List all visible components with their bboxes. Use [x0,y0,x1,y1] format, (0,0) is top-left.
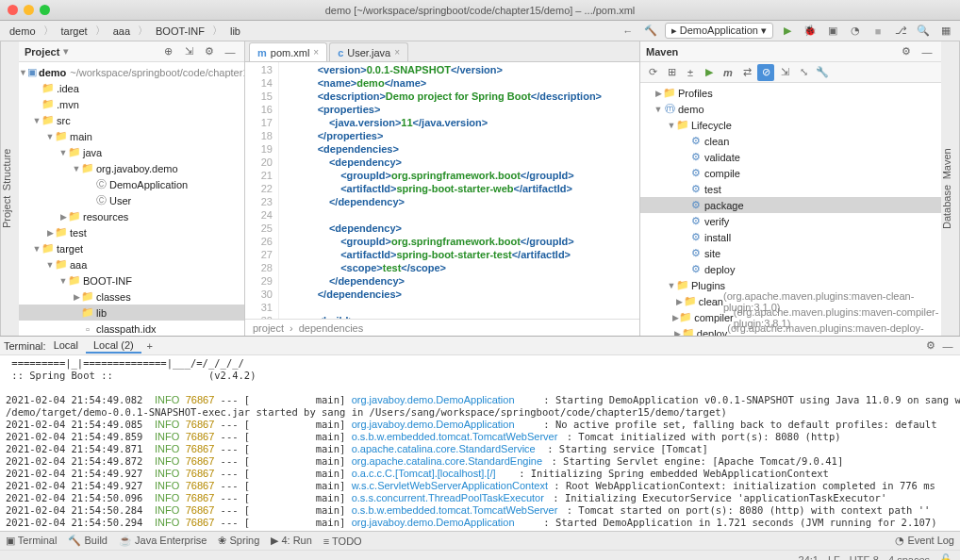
stop-icon[interactable]: ■ [869,23,886,40]
tool-tab-java-ee[interactable]: ☕ Java Enterprise [119,535,207,547]
tool-tab-terminal[interactable]: ▣ Terminal [6,535,57,547]
maven-tree-row[interactable]: ⚙compile [640,165,941,181]
tree-row[interactable]: 📁.mvn [19,96,244,112]
project-tool-window: Project ▾ ⊕ ⇲ ⚙ — ▼ ▣ demo ~/workspace/s… [19,41,245,336]
caret-position[interactable]: 24:1 [799,554,819,561]
locate-icon[interactable]: ⊕ [159,43,176,60]
maven-tree-row[interactable]: ⚙verify [640,213,941,229]
execute-icon[interactable]: m [720,64,737,81]
collapse-all-icon[interactable]: ⤡ [795,64,812,81]
show-deps-icon[interactable]: ⇲ [776,64,793,81]
event-log-button[interactable]: ◔ Event Log [895,535,954,547]
tree-row[interactable]: ▼📁java [19,144,244,160]
code-area[interactable]: <version>0.0.1-SNAPSHOT</version> <name>… [279,62,639,319]
hide-icon[interactable]: — [222,43,239,60]
tool-tab-todo[interactable]: ≡ TODO [323,535,362,547]
debug-icon[interactable]: 🐞 [802,23,819,40]
maximize-window[interactable] [40,5,50,15]
download-icon[interactable]: ± [682,64,699,81]
maven-tree-row[interactable]: ⚙install [640,229,941,245]
tree-row[interactable]: ▶📁resources [19,208,244,224]
crumb-item[interactable]: BOOT-INF [152,25,208,38]
add-terminal-icon[interactable]: + [141,338,158,354]
terminal-output[interactable]: =========|_|==============|___/=/_/_/_/ … [0,355,960,531]
indent-info[interactable]: 4 spaces [888,554,930,561]
editor-body[interactable]: 1314151617181920212223242526272829303132… [245,62,639,319]
close-window[interactable] [8,5,18,15]
crumb-item[interactable]: lib [226,25,244,38]
maven-tree-row[interactable]: ▶📁Profiles [640,85,941,101]
project-panel-title: Project [25,46,59,58]
maven-tree-row[interactable]: ▼ⓜdemo [640,101,941,117]
close-tab-icon[interactable]: × [313,47,319,58]
project-panel-header: Project ▾ ⊕ ⇲ ⚙ — [19,41,244,62]
tree-row[interactable]: 📁lib [19,305,244,321]
run-maven-icon[interactable]: ▶ [701,64,718,81]
tree-root[interactable]: ▼ ▣ demo ~/workspace/springboot/code/cha… [19,64,244,80]
tool-tab-build[interactable]: 🔨 Build [68,535,108,547]
tool-tab-spring[interactable]: ❀ Spring [218,535,259,547]
skip-tests-icon[interactable]: ⊘ [757,64,774,81]
git-icon[interactable]: ⎇ [892,23,909,40]
generate-icon[interactable]: ⊞ [663,64,680,81]
tree-row[interactable]: ▶📁classes [19,288,244,305]
tree-row[interactable]: ▼📁BOOT-INF [19,272,244,288]
hide-terminal-icon[interactable]: — [939,338,956,354]
tree-row[interactable]: ▼📁aaa [19,256,244,272]
maven-settings-icon[interactable]: 🔧 [814,64,831,81]
tree-row[interactable]: 📁.idea [19,80,244,96]
right-tool-strip[interactable]: Database Maven [941,41,960,336]
terminal-tab[interactable]: Local (2) [86,338,141,354]
terminal-tool-window: Terminal: Local Local (2) + ⚙ — ========… [0,336,960,531]
reload-icon[interactable]: ⟳ [644,64,661,81]
terminal-tab[interactable]: Local [46,338,86,354]
maven-tree-row[interactable]: ⚙site [640,245,941,261]
window-title: demo [~/workspace/springboot/code/chapte… [325,5,636,16]
left-tool-strip[interactable]: Project Structure [0,41,19,336]
profiler-icon[interactable]: ◔ [847,23,864,40]
run-icon[interactable]: ▶ [779,23,796,40]
tool-tab-run[interactable]: ▶ 4: Run [271,535,311,547]
maven-tree-row[interactable]: ▶📁deploy (org.apache.maven.plugins:maven… [640,325,941,336]
tree-row[interactable]: ⒸDemoApplication [19,176,244,192]
crumb-item[interactable]: target [58,25,91,38]
tree-row[interactable]: ▼📁src [19,112,244,128]
maven-tree-row[interactable]: ⚙test [640,181,941,197]
maven-tree[interactable]: ▶📁Profiles▼ⓜdemo▼📁Lifecycle⚙clean⚙valida… [640,83,941,336]
tree-row[interactable]: ▼📁org.javaboy.demo [19,160,244,176]
tree-row[interactable]: ▼📁target [19,240,244,256]
hide-icon[interactable]: — [919,43,935,60]
tree-row[interactable]: ▼📁main [19,128,244,144]
maven-tree-row[interactable]: ⚙validate [640,149,941,165]
editor-tab[interactable]: mpom.xml× [249,42,327,61]
terminal-settings-icon[interactable]: ⚙ [922,338,939,354]
back-icon[interactable]: ← [620,23,637,40]
maven-tree-row[interactable]: ⚙package [640,197,941,213]
tree-row[interactable]: ▫classpath.idx [19,321,244,336]
search-icon[interactable]: 🔍 [915,23,932,40]
readonly-lock-icon[interactable]: 🔓 [939,553,952,560]
editor-tab[interactable]: cUser.java× [329,42,408,61]
crumb-item[interactable]: demo [6,25,40,38]
project-tree[interactable]: ▼ ▣ demo ~/workspace/springboot/code/cha… [19,62,244,336]
minimize-window[interactable] [24,5,34,15]
maven-tree-row[interactable]: ▼📁Lifecycle [640,117,941,133]
run-config-selector[interactable]: ▸ DemoApplication ▾ [665,23,773,39]
maven-tree-row[interactable]: ⚙clean [640,133,941,149]
crumb-item[interactable]: aaa [109,25,134,38]
editor-breadcrumb[interactable]: project›dependencies [245,319,639,336]
settings-gear-icon[interactable]: ⚙ [201,43,218,60]
line-gutter: 1314151617181920212223242526272829303132… [245,62,279,319]
settings-gear-icon[interactable]: ⚙ [898,43,915,60]
settings-icon[interactable]: ▦ [937,23,954,40]
line-separator[interactable]: LF [828,554,840,561]
tree-row[interactable]: ⒸUser [19,192,244,208]
coverage-icon[interactable]: ▣ [824,23,841,40]
file-encoding[interactable]: UTF-8 [850,554,879,561]
close-tab-icon[interactable]: × [394,47,400,58]
maven-tree-row[interactable]: ⚙deploy [640,261,941,277]
build-icon[interactable]: 🔨 [642,23,659,40]
collapse-icon[interactable]: ⇲ [180,43,197,60]
tree-row[interactable]: ▶📁test [19,224,244,240]
toggle-offline-icon[interactable]: ⇄ [738,64,755,81]
